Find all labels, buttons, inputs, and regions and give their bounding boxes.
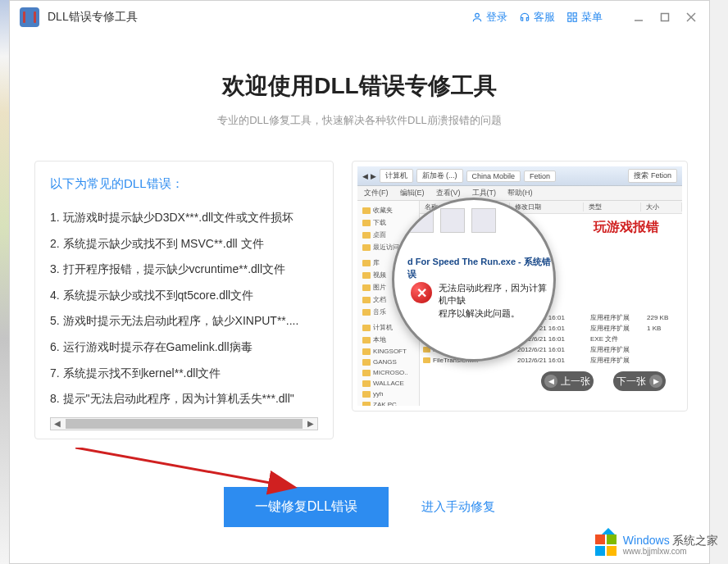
list-item: 3. 打开程序报错，提示缺少vcruntime**.dll文件 <box>50 257 318 283</box>
watermark-brand: Windows <box>623 534 670 547</box>
list-item: 8. 提示"无法启动此程序，因为计算机丢失***.dll" <box>50 386 318 412</box>
next-label: 下一张 <box>617 375 646 389</box>
menu-item: 帮助(H) <box>507 188 533 198</box>
background-strip <box>0 0 9 564</box>
breadcrumb: 新加卷 (...) <box>416 169 463 183</box>
app-window: DLL错误专修工具 登录 客服 菜单 <box>9 0 710 564</box>
windows-logo-icon <box>594 533 618 557</box>
minimize-button[interactable] <box>630 9 647 25</box>
thumbnail-icon <box>471 208 496 233</box>
svg-rect-4 <box>573 18 576 21</box>
headset-icon <box>519 11 530 23</box>
window-controls <box>630 9 699 25</box>
search-box: 搜索 Fetion <box>628 169 677 183</box>
watermark: Windows 系统之家 www.bjjmlxw.com <box>594 533 718 557</box>
error-list: 1. 玩游戏时提示缺少D3DX***.dll文件或文件损坏 2. 系统提示缺少或… <box>50 205 318 412</box>
support-link[interactable]: 客服 <box>519 10 555 25</box>
folder-icon <box>362 402 371 407</box>
page-subtitle: 专业的DLL修复工具，快速解决各种软件DLL崩溃报错的问题 <box>34 113 685 128</box>
breadcrumb: Fetion <box>524 171 556 182</box>
svg-rect-6 <box>662 14 669 21</box>
chevron-left-icon: ◀ <box>544 375 557 388</box>
panel-title: 以下为常见的DLL错误： <box>50 176 318 192</box>
svg-rect-3 <box>568 18 571 21</box>
folder-icon <box>362 272 371 279</box>
next-image-button[interactable]: 下一张 ▶ <box>613 371 666 391</box>
login-label: 登录 <box>486 10 507 25</box>
chevron-right-icon: ▶ <box>649 375 662 388</box>
svg-rect-2 <box>573 13 576 16</box>
folder-icon <box>362 207 371 214</box>
file-icon <box>423 357 430 363</box>
user-icon <box>471 11 483 23</box>
svg-rect-1 <box>568 13 571 16</box>
breadcrumb: China Mobile <box>466 171 521 182</box>
horizontal-scrollbar[interactable]: ◀ ▶ <box>50 417 318 430</box>
watermark-suffix: 系统之家 <box>672 534 718 547</box>
folder-icon <box>362 309 371 316</box>
folder-icon <box>362 297 371 303</box>
folder-icon <box>362 337 371 343</box>
thumbnail-icon <box>440 208 465 233</box>
error-icon: ✕ <box>411 282 432 303</box>
list-item: 5. 游戏时提示无法启动此程序，缺少XINPUT**.... <box>50 308 318 334</box>
folder-icon <box>362 220 371 226</box>
menu-item: 查看(V) <box>436 188 461 198</box>
folder-icon <box>362 260 371 266</box>
list-item: 7. 系统提示找不到kernel**.dll文件 <box>50 361 318 387</box>
error-message: 无法启动此程序，因为计算机中缺 程序以解决此问题。 <box>439 282 553 320</box>
explorer-addressbar: ◀ ▶ 计算机 新加卷 (...) China Mobile Fetion 搜索… <box>357 166 682 186</box>
menu-label: 菜单 <box>581 10 603 25</box>
maximize-button[interactable] <box>657 9 673 25</box>
fix-dll-button[interactable]: 一键修复DLL错误 <box>224 487 389 527</box>
overlay-caption: 玩游戏报错 <box>594 219 659 236</box>
titlebar: DLL错误专修工具 登录 客服 菜单 <box>10 1 709 34</box>
error-dialog-title: d For Speed The Run.exe - 系统错误 <box>407 256 553 280</box>
watermark-url: www.bjjmlxw.com <box>623 547 718 556</box>
list-item: 1. 玩游戏时提示缺少D3DX***.dll文件或文件损坏 <box>50 205 318 231</box>
manual-fix-link[interactable]: 进入手动修复 <box>421 499 495 515</box>
folder-icon <box>362 391 371 398</box>
folder-icon <box>362 325 371 331</box>
preview-panel: ◀ ▶ 计算机 新加卷 (...) China Mobile Fetion 搜索… <box>352 161 688 412</box>
screenshot-preview: ◀ ▶ 计算机 新加卷 (...) China Mobile Fetion 搜索… <box>357 166 682 406</box>
explorer-menubar: 文件(F) 编辑(E) 查看(V) 工具(T) 帮助(H) <box>357 186 682 201</box>
menu-item: 文件(F) <box>364 188 389 198</box>
scroll-right-icon[interactable]: ▶ <box>304 418 317 430</box>
titlebar-actions: 登录 客服 菜单 <box>471 9 699 25</box>
list-item: 4. 系统提示缺少或找不到qt5core.dll文件 <box>50 283 318 309</box>
menu-item: 编辑(E) <box>400 188 425 198</box>
folder-icon <box>362 359 371 366</box>
scroll-thumb[interactable] <box>66 419 303 429</box>
svg-point-0 <box>475 13 480 17</box>
support-label: 客服 <box>534 10 555 25</box>
main-content: 欢迎使用DLL错误专修工具 专业的DLL修复工具，快速解决各种软件DLL崩溃报错… <box>10 34 709 527</box>
magnifier-overlay: d For Speed The Run.exe - 系统错误 ✕ 无法启动此程序… <box>392 198 556 362</box>
app-title: DLL错误专修工具 <box>48 10 138 25</box>
folder-icon <box>362 348 371 355</box>
error-list-panel: 以下为常见的DLL错误： 1. 玩游戏时提示缺少D3DX***.dll文件或文件… <box>34 161 334 439</box>
folder-icon <box>362 380 371 387</box>
login-link[interactable]: 登录 <box>471 10 507 25</box>
app-logo-icon <box>20 7 39 27</box>
content-row: 以下为常见的DLL错误： 1. 玩游戏时提示缺少D3DX***.dll文件或文件… <box>34 161 685 439</box>
folder-icon <box>362 244 371 251</box>
close-button[interactable] <box>683 9 699 25</box>
list-item: 2. 系统提示缺少或找不到 MSVC**.dll 文件 <box>50 231 318 257</box>
grid-icon <box>566 11 578 23</box>
action-row: 一键修复DLL错误 进入手动修复 <box>34 487 685 527</box>
folder-icon <box>362 370 371 376</box>
scroll-left-icon[interactable]: ◀ <box>51 418 64 430</box>
breadcrumb: 计算机 <box>380 169 413 183</box>
list-item: 6. 运行游戏时提示存在Gamelink.dll病毒 <box>50 334 318 361</box>
page-title: 欢迎使用DLL错误专修工具 <box>34 70 685 102</box>
prev-label: 上一张 <box>561 375 590 389</box>
folder-icon <box>362 232 371 239</box>
menu-link[interactable]: 菜单 <box>566 10 603 25</box>
prev-image-button[interactable]: ◀ 上一张 <box>541 371 594 391</box>
folder-icon <box>362 284 371 291</box>
